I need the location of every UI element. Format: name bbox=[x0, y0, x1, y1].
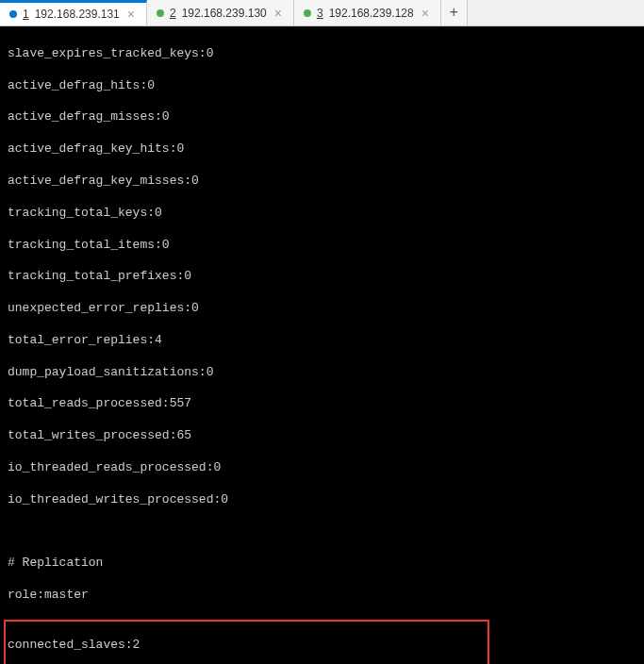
status-dot-icon bbox=[9, 10, 17, 18]
status-dot-icon bbox=[157, 9, 164, 17]
stat-line: active_defrag_misses:0 bbox=[8, 109, 636, 125]
highlighted-replication-box: connected_slaves:2 slave0:ip=192.168.239… bbox=[4, 620, 489, 664]
stat-line: active_defrag_key_misses:0 bbox=[8, 174, 636, 190]
stat-line: io_threaded_writes_processed:0 bbox=[8, 492, 636, 508]
tab-2[interactable]: 2 192.168.239.130 × bbox=[147, 0, 294, 25]
tab-3[interactable]: 3 192.168.239.128 × bbox=[294, 0, 441, 25]
tab-number: 2 bbox=[170, 7, 176, 20]
stat-line: total_error_replies:4 bbox=[8, 333, 636, 349]
tab-label: 192.168.239.130 bbox=[182, 7, 267, 20]
stat-line: unexpected_error_replies:0 bbox=[8, 301, 636, 317]
stat-line: slave_expires_tracked_keys:0 bbox=[8, 46, 636, 62]
stat-line: tracking_total_items:0 bbox=[8, 238, 636, 254]
add-tab-button[interactable]: + bbox=[441, 0, 468, 25]
replication-role: role:master bbox=[8, 588, 636, 604]
status-dot-icon bbox=[304, 9, 311, 17]
blank-line bbox=[8, 524, 636, 540]
replication-header: # Replication bbox=[8, 556, 636, 572]
stat-line: active_defrag_hits:0 bbox=[8, 78, 636, 94]
tab-1[interactable]: 1 192.168.239.131 × bbox=[0, 0, 147, 25]
close-icon[interactable]: × bbox=[420, 6, 431, 21]
stat-line: total_writes_processed:65 bbox=[8, 428, 636, 444]
stat-line: active_defrag_key_hits:0 bbox=[8, 141, 636, 158]
terminal-output: slave_expires_tracked_keys:0 active_defr… bbox=[0, 26, 644, 664]
tab-label: 192.168.239.131 bbox=[35, 8, 120, 21]
stat-line: tracking_total_keys:0 bbox=[8, 206, 636, 222]
stat-line: total_reads_processed:557 bbox=[8, 396, 636, 412]
close-icon[interactable]: × bbox=[272, 6, 284, 21]
connected-slaves: connected_slaves:2 bbox=[8, 638, 486, 654]
close-icon[interactable]: × bbox=[125, 7, 137, 22]
tab-label: 192.168.239.128 bbox=[329, 7, 414, 20]
tab-number: 3 bbox=[317, 7, 323, 20]
stat-line: io_threaded_reads_processed:0 bbox=[8, 460, 636, 476]
stat-line: dump_payload_sanitizations:0 bbox=[8, 365, 636, 381]
tab-number: 1 bbox=[23, 8, 29, 21]
stat-line: tracking_total_prefixes:0 bbox=[8, 269, 636, 285]
tab-bar: 1 192.168.239.131 × 2 192.168.239.130 × … bbox=[0, 0, 644, 26]
